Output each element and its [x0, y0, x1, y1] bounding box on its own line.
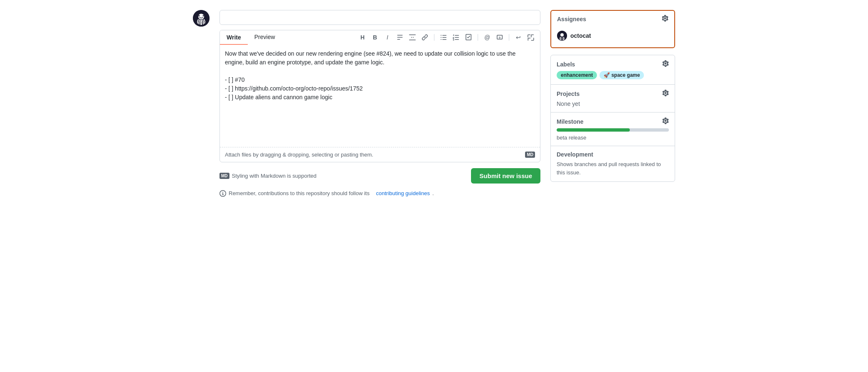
submit-new-issue-button[interactable]: Submit new issue [471, 168, 540, 184]
guidelines-text-before: Remember, contributions to this reposito… [229, 190, 370, 196]
sidebar-sections: Labels enhancement 🚀 space game Projects [550, 55, 675, 182]
guidelines-note: Remember, contributions to this reposito… [219, 190, 540, 197]
milestone-gear-icon[interactable] [662, 117, 669, 126]
assignees-title: Assignees [557, 16, 586, 22]
labels-row: enhancement 🚀 space game [557, 71, 669, 79]
editor-tabs-toolbar: Write Preview H B I [220, 30, 540, 44]
assignees-section: Assignees [550, 10, 675, 48]
assignees-header: Assignees [551, 11, 674, 27]
task-list-icon[interactable] [464, 33, 473, 42]
milestone-section: Milestone beta release [551, 113, 675, 146]
development-text: Shows branches and pull requests linked … [557, 161, 661, 176]
main-editor-column: Update game to use new rendering engine … [219, 10, 540, 197]
cross-ref-icon[interactable] [496, 33, 504, 42]
projects-gear-icon[interactable] [662, 90, 669, 98]
undo-icon[interactable]: ↩ [514, 33, 523, 42]
contributing-guidelines-link[interactable]: contributing guidelines [376, 190, 430, 196]
editor-toolbar: H B I [353, 31, 540, 44]
assignee-name: octocat [570, 32, 591, 39]
projects-value: None yet [557, 100, 580, 107]
projects-section: Projects None yet [551, 85, 675, 113]
guidelines-period: . [432, 190, 434, 196]
tab-preview[interactable]: Preview [248, 30, 282, 44]
sidebar: Assignees [550, 10, 675, 182]
development-title: Development [557, 151, 593, 158]
italic-icon[interactable]: I [383, 33, 392, 42]
projects-title: Projects [557, 91, 579, 97]
svg-point-3 [203, 15, 204, 17]
md-badge: MD [525, 152, 535, 158]
svg-point-5 [560, 33, 564, 37]
development-section: Development Shows branches and pull requ… [551, 146, 675, 181]
milestone-title: Milestone [557, 118, 584, 125]
labels-title: Labels [557, 61, 575, 68]
issue-body-textarea[interactable]: Now that we've decided on our new render… [225, 49, 535, 141]
markdown-note-text: Styling with Markdown is supported [232, 173, 317, 179]
mention-icon[interactable]: @ [483, 33, 491, 42]
attach-area: Attach files by dragging & dropping, sel… [220, 147, 540, 162]
markdown-note: MD Styling with Markdown is supported [219, 173, 316, 179]
tab-write[interactable]: Write [220, 30, 248, 45]
labels-header: Labels [557, 60, 669, 69]
user-avatar [193, 10, 210, 27]
quote-icon[interactable] [396, 33, 404, 42]
assignees-body: octocat [551, 27, 674, 47]
info-icon [219, 190, 226, 197]
heading-icon[interactable]: H [358, 33, 367, 42]
editor-container: Write Preview H B I [219, 30, 540, 162]
attach-placeholder[interactable]: Attach files by dragging & dropping, sel… [225, 152, 373, 158]
editor-tabs: Write Preview [220, 30, 282, 44]
assignee-row: octocat [557, 29, 668, 42]
editor-body: Now that we've decided on our new render… [220, 44, 540, 147]
development-header: Development [557, 151, 669, 158]
projects-header: Projects [557, 90, 669, 98]
markdown-badge-bottom: MD [219, 173, 229, 179]
milestone-progress-bar-container [557, 128, 669, 132]
milestone-header: Milestone [557, 117, 669, 126]
bold-icon[interactable]: B [371, 33, 379, 42]
link-icon[interactable] [421, 33, 429, 42]
assignees-gear-icon[interactable] [662, 15, 668, 23]
labels-gear-icon[interactable] [662, 60, 669, 69]
labels-section: Labels enhancement 🚀 space game [551, 55, 675, 85]
fullscreen-icon[interactable] [527, 33, 535, 42]
title-input[interactable]: Update game to use new rendering engine [219, 10, 540, 25]
svg-point-2 [199, 15, 200, 17]
milestone-progress-fill [557, 128, 630, 132]
svg-point-1 [198, 14, 204, 20]
assignee-avatar [557, 31, 567, 41]
code-icon[interactable] [408, 33, 417, 42]
toolbar-divider-2 [478, 34, 478, 41]
label-enhancement: enhancement [557, 71, 597, 79]
bottom-bar: MD Styling with Markdown is supported Su… [219, 166, 540, 185]
toolbar-divider-3 [509, 34, 509, 41]
toolbar-divider-1 [434, 34, 434, 41]
ordered-list-icon[interactable] [452, 33, 460, 42]
milestone-label: beta release [557, 135, 587, 141]
unordered-list-icon[interactable] [439, 33, 448, 42]
label-space-game: 🚀 space game [599, 71, 644, 79]
